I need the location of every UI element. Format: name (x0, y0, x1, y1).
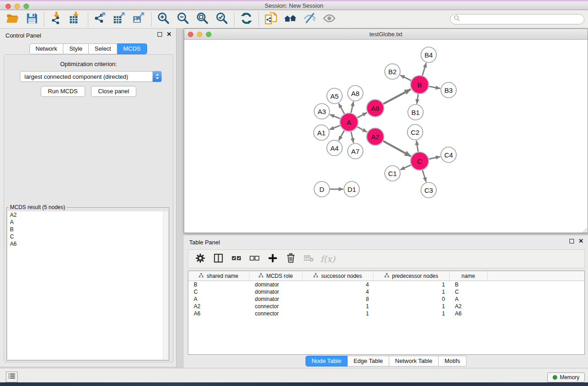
tab-select[interactable]: Select (89, 43, 117, 54)
tab-motifs[interactable]: Motifs (439, 356, 467, 367)
node-B3[interactable]: B3 (441, 82, 456, 98)
table-row[interactable]: A2connector11A2 (188, 303, 584, 310)
node-D1[interactable]: D1 (344, 181, 359, 197)
node-A5[interactable]: A5 (327, 88, 342, 104)
column-header-name[interactable]: name (449, 271, 488, 281)
mcds-result-item[interactable]: A (8, 219, 168, 226)
float-table-panel-icon[interactable] (569, 239, 574, 243)
cell-predecessor-nodes[interactable]: 1 (373, 281, 449, 288)
mcds-result-item[interactable]: B (8, 226, 168, 233)
node-A3[interactable]: A3 (314, 104, 330, 119)
delete-table-button[interactable] (303, 253, 315, 265)
mcds-result-item[interactable]: A2 (8, 211, 168, 219)
function-builder-button[interactable]: f(x) (321, 253, 333, 265)
cell-shared-name[interactable]: A6 (188, 310, 249, 317)
close-table-panel-icon[interactable]: ✕ (578, 238, 583, 244)
edge-C-C4[interactable] (429, 157, 440, 159)
edge-A2-C[interactable] (383, 141, 411, 157)
edge-B-B3[interactable] (429, 86, 440, 89)
cell-name[interactable]: B (449, 281, 488, 288)
edge-A-A5[interactable] (339, 104, 344, 114)
edge-A-A3[interactable] (330, 114, 340, 119)
edge-B-B4[interactable] (422, 63, 426, 76)
tab-edge-table[interactable]: Edge Table (348, 356, 389, 367)
edge-A-A7[interactable] (351, 132, 353, 143)
cell-name[interactable]: C (449, 288, 488, 295)
node-A6[interactable]: A6 (367, 100, 384, 117)
import-network-button[interactable] (47, 11, 66, 28)
network-graph[interactable]: AA1A2A3A4A5A6A7A8BB1B2B3B4CC1C2C3C4DD1 (184, 40, 588, 233)
cell-successor-nodes[interactable]: 4 (302, 288, 373, 295)
cell-mcds-role[interactable]: connector (249, 310, 302, 317)
minimize-network-window-button[interactable] (197, 32, 202, 37)
refresh-button[interactable] (237, 11, 256, 28)
node-C4[interactable]: C4 (441, 147, 456, 162)
node-A7[interactable]: A7 (348, 143, 363, 159)
zoom-out-button[interactable] (173, 11, 193, 28)
close-network-window-button[interactable] (188, 32, 193, 37)
home-networks-button[interactable] (281, 11, 300, 28)
run-mcds-button[interactable]: Run MCDS (41, 86, 85, 97)
cell-mcds-role[interactable]: connector (249, 303, 302, 310)
cell-predecessor-nodes[interactable]: 0 (373, 295, 449, 303)
edge-C-C1[interactable] (400, 165, 411, 170)
search-input[interactable] (460, 15, 584, 24)
mcds-result-item[interactable]: A6 (8, 240, 168, 248)
node-A8[interactable]: A8 (348, 86, 363, 101)
table-row[interactable]: A6connector11A6 (188, 310, 584, 317)
export-image-button[interactable] (129, 11, 149, 28)
delete-column-button[interactable] (285, 253, 296, 265)
import-table-button[interactable] (66, 11, 86, 28)
zoom-network-window-button[interactable] (206, 32, 211, 37)
edge-A-A1[interactable] (330, 125, 340, 129)
cell-shared-name[interactable]: B (188, 281, 249, 288)
node-B[interactable]: B (411, 76, 429, 94)
edge-C-C3[interactable] (422, 170, 426, 182)
column-header-predecessor-nodes[interactable]: predecessor nodes (373, 271, 449, 281)
zoom-window-button[interactable] (24, 4, 29, 9)
task-history-button[interactable] (6, 372, 18, 382)
tab-style[interactable]: Style (63, 43, 89, 54)
cell-name[interactable]: A (449, 295, 488, 303)
cell-shared-name[interactable]: C (188, 288, 249, 295)
node-C2[interactable]: C2 (407, 124, 423, 140)
node-A1[interactable]: A1 (314, 125, 329, 140)
cell-successor-nodes[interactable]: 4 (302, 281, 373, 288)
edge-A-A2[interactable] (357, 127, 367, 132)
cell-successor-nodes[interactable]: 8 (302, 295, 373, 303)
cell-name[interactable]: A2 (449, 303, 488, 310)
node-A[interactable]: A (340, 113, 358, 131)
tab-mcds[interactable]: MCDS (117, 43, 147, 54)
cell-predecessor-nodes[interactable]: 1 (373, 310, 449, 317)
mcds-result-list[interactable]: A2ABCA6 (8, 211, 168, 359)
column-header-shared-name[interactable]: shared name (188, 271, 249, 281)
edge-B-B1[interactable] (417, 94, 418, 104)
cell-name[interactable]: A6 (449, 310, 488, 317)
table-row[interactable]: Adominator80A (188, 295, 584, 303)
table-row[interactable]: Bdominator41B (188, 281, 584, 288)
show-panels-button[interactable] (320, 11, 339, 28)
add-column-button[interactable] (267, 253, 278, 265)
memory-button[interactable]: Memory (547, 372, 585, 382)
close-panel-button[interactable]: Close panel (91, 86, 137, 97)
edge-A-A8[interactable] (351, 102, 353, 113)
network-canvas[interactable]: AA1A2A3A4A5A6A7A8BB1B2B3B4CC1C2C3C4DD1 (184, 40, 588, 233)
close-panel-icon[interactable]: ✕ (167, 32, 172, 37)
open-session-button[interactable] (3, 11, 22, 28)
cell-mcds-role[interactable]: dominator (249, 288, 302, 295)
node-C1[interactable]: C1 (385, 166, 400, 181)
cell-predecessor-nodes[interactable]: 1 (373, 288, 449, 295)
tab-network-table[interactable]: Network Table (389, 356, 439, 367)
edge-A-A4[interactable] (339, 130, 344, 140)
float-panel-icon[interactable] (158, 32, 162, 37)
close-window-button[interactable] (5, 4, 11, 9)
save-session-button[interactable] (22, 11, 42, 28)
minimize-window-button[interactable] (14, 4, 20, 9)
duplicate-network-button[interactable] (261, 11, 281, 28)
scrollbar-track[interactable] (163, 211, 168, 359)
table-row[interactable]: Cdominator41C (188, 288, 584, 295)
export-table-button[interactable] (110, 11, 129, 28)
column-header-successor-nodes[interactable]: successor nodes (302, 271, 373, 281)
node-B1[interactable]: B1 (408, 105, 423, 120)
cell-predecessor-nodes[interactable]: 1 (373, 303, 449, 310)
